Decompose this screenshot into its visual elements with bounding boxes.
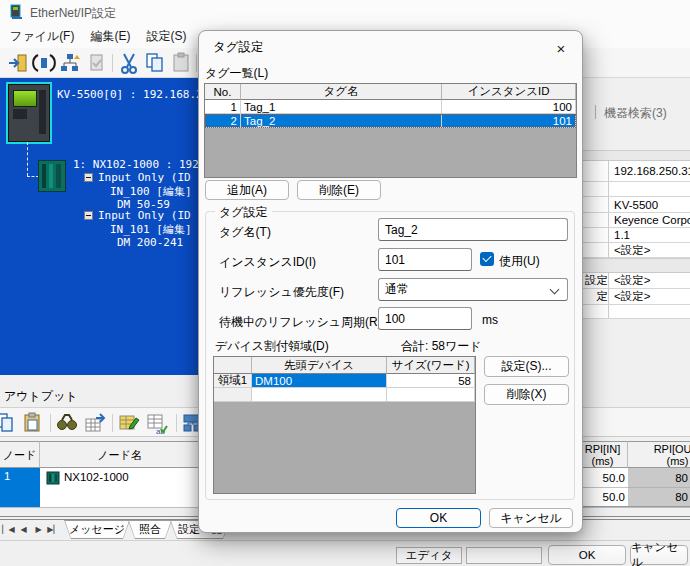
menu-settings[interactable]: 設定(S) bbox=[138, 24, 194, 48]
next-sheet-button[interactable]: ▶ bbox=[32, 523, 45, 536]
last-sheet-button[interactable]: ▶▏ bbox=[47, 523, 60, 536]
tag-row-no[interactable]: 1 bbox=[205, 100, 241, 114]
total-words-label: 合計: 58ワード bbox=[401, 338, 482, 355]
first-sheet-button[interactable]: ▏◀ bbox=[2, 523, 15, 536]
col-header-instanceid: インスタンスID bbox=[442, 84, 576, 100]
col-header-tagname: タグ名 bbox=[241, 84, 442, 100]
title-bar: EtherNet/IP設定 bbox=[0, 0, 690, 24]
toolbar-separator bbox=[176, 414, 177, 432]
col-header-device: 先頭デバイス bbox=[252, 357, 387, 374]
sheet-tab-message[interactable]: メッセージ bbox=[64, 520, 130, 539]
area-device-cell[interactable] bbox=[252, 388, 387, 402]
menu-file[interactable]: ファイル(F) bbox=[2, 24, 82, 48]
add-tag-button[interactable]: 追加(A) bbox=[205, 180, 289, 200]
property-value-ip: 192.168.250.31 bbox=[608, 161, 690, 181]
toolbar-separator bbox=[112, 54, 113, 72]
copy-icon[interactable] bbox=[0, 411, 17, 435]
prev-sheet-button[interactable]: ◀ bbox=[17, 523, 30, 536]
cancel-button[interactable]: キャンセル bbox=[630, 545, 688, 565]
dialog-ok-button[interactable]: OK bbox=[396, 508, 481, 528]
connection-tag[interactable]: IN_100 [編集] bbox=[110, 184, 192, 199]
device-delete-button[interactable]: 削除(X) bbox=[484, 384, 569, 405]
menu-edit[interactable]: 編集(E) bbox=[82, 24, 138, 48]
rpi-in-cell[interactable]: 50.0 bbox=[578, 488, 628, 507]
connection-header[interactable]: Input Only (ID bbox=[98, 171, 191, 184]
device-area-table: 先頭デバイス サイズ(ワード) 領域1 DM100 58 bbox=[213, 356, 476, 494]
find-icon[interactable] bbox=[55, 411, 79, 435]
collapse-icon[interactable] bbox=[84, 211, 93, 220]
tag-row-name[interactable]: Tag_1 bbox=[241, 100, 442, 114]
dialog-cancel-button[interactable]: キャンセル bbox=[489, 508, 573, 528]
exit-icon[interactable] bbox=[6, 51, 30, 75]
group-title: タグ設定 bbox=[215, 204, 272, 221]
close-icon[interactable]: × bbox=[551, 38, 571, 58]
ok-button[interactable]: OK bbox=[548, 545, 626, 565]
delete-tag-button[interactable]: 削除(E) bbox=[297, 180, 381, 200]
app-icon bbox=[9, 4, 25, 20]
property-value-setting-link[interactable]: <設定> bbox=[608, 289, 690, 304]
ethernet-ip-settings-window: EtherNet/IP設定 ファイル(F) 編集(E) 設定(S) 表示(V) bbox=[0, 0, 690, 566]
dialog-title: タグ設定 bbox=[213, 39, 264, 56]
tag-settings-dialog: タグ設定 × タグ一覧(L) No. タグ名 インスタンスID 1 Tag_1 … bbox=[198, 30, 583, 533]
tag-list-label: タグ一覧(L) bbox=[205, 65, 268, 82]
refresh-priority-label: リフレッシュ優先度(F) bbox=[219, 284, 344, 301]
property-value-setting-link[interactable]: <設定> bbox=[608, 273, 690, 288]
tag-row-id[interactable]: 101 bbox=[442, 114, 576, 128]
node-number-cell[interactable]: 1 bbox=[0, 468, 40, 507]
tag-row-name[interactable]: Tag_2 bbox=[241, 114, 442, 128]
node-table-header-name: ノード名 bbox=[40, 441, 200, 468]
cut-icon[interactable] bbox=[117, 51, 141, 75]
device-setting-button[interactable]: 設定(S)... bbox=[484, 356, 569, 377]
adapter-node-label[interactable]: 1: NX102-1000 : 192. bbox=[73, 158, 205, 171]
standby-cycle-label: 待機中のリフレッシュ周期(R) bbox=[219, 314, 382, 331]
copy-icon[interactable] bbox=[143, 51, 167, 75]
use-checkbox[interactable] bbox=[480, 252, 494, 266]
property-value-vendor: Keyence Corporation bbox=[608, 213, 690, 227]
tag-row-id[interactable]: 100 bbox=[442, 100, 576, 114]
output-panel-title: アウトプット bbox=[4, 388, 78, 405]
node-table-header-node: ノード bbox=[0, 441, 40, 468]
area-row-header: 領域1 bbox=[214, 374, 252, 388]
property-value-model: KV-5500 bbox=[608, 197, 690, 212]
nx102-module-icon[interactable] bbox=[38, 160, 66, 192]
tab-device-search[interactable]: 機器検索(3) bbox=[604, 105, 667, 122]
nx102-module-icon bbox=[46, 471, 60, 485]
area-size-cell[interactable]: 58 bbox=[387, 374, 475, 388]
plc-node-label[interactable]: KV-5500[0] : 192.168.250 bbox=[57, 88, 216, 101]
property-value-setting-link[interactable]: <設定> bbox=[608, 243, 690, 257]
sheet-tab-compare[interactable]: 照合 bbox=[128, 520, 172, 539]
connection-tag[interactable]: IN_101 [編集] bbox=[110, 222, 192, 237]
toolbar-separator bbox=[112, 414, 113, 432]
kv5500-plc-icon[interactable] bbox=[8, 84, 50, 142]
table-edit-icon[interactable] bbox=[117, 411, 141, 435]
network-transfer-icon[interactable] bbox=[58, 51, 82, 75]
tab-separator bbox=[595, 105, 596, 119]
col-header-corner bbox=[214, 357, 252, 374]
standby-cycle-input[interactable]: 100 bbox=[378, 307, 472, 330]
refresh-priority-select[interactable]: 通常 bbox=[378, 278, 568, 301]
instance-id-label: インスタンスID(I) bbox=[219, 254, 316, 271]
rpi-in-cell[interactable]: 50.0 bbox=[578, 468, 628, 488]
tag-row-no[interactable]: 2 bbox=[205, 114, 241, 128]
col-header-no: No. bbox=[205, 84, 241, 100]
connection-header[interactable]: Input Only (ID bbox=[98, 209, 191, 222]
use-checkbox-label: 使用(U) bbox=[499, 253, 540, 270]
area-row-header bbox=[214, 388, 252, 402]
col-header-size: サイズ(ワード) bbox=[387, 357, 475, 374]
paste-icon[interactable] bbox=[20, 411, 44, 435]
table-jump-icon[interactable] bbox=[83, 411, 107, 435]
property-value-revision: 1.1 bbox=[608, 228, 690, 242]
collapse-icon[interactable] bbox=[84, 173, 93, 182]
status-empty-cell bbox=[466, 547, 542, 564]
tag-name-input[interactable]: Tag_2 bbox=[378, 218, 568, 241]
cycle-unit-label: ms bbox=[482, 313, 498, 327]
connection-device: DM 200-241 bbox=[117, 236, 183, 249]
instance-id-input[interactable]: 101 bbox=[378, 248, 472, 271]
table-spellcheck-icon[interactable]: ab bbox=[145, 411, 169, 435]
verify-icon bbox=[84, 51, 108, 75]
unit-monitor-icon[interactable] bbox=[32, 51, 56, 75]
rpi-out-cell: 80 bbox=[628, 468, 690, 488]
node-table-header-rpi-out: RPI[OUT](ms) bbox=[628, 441, 690, 468]
area-device-cell[interactable]: DM100 bbox=[252, 374, 387, 388]
area-size-cell[interactable] bbox=[387, 388, 475, 402]
